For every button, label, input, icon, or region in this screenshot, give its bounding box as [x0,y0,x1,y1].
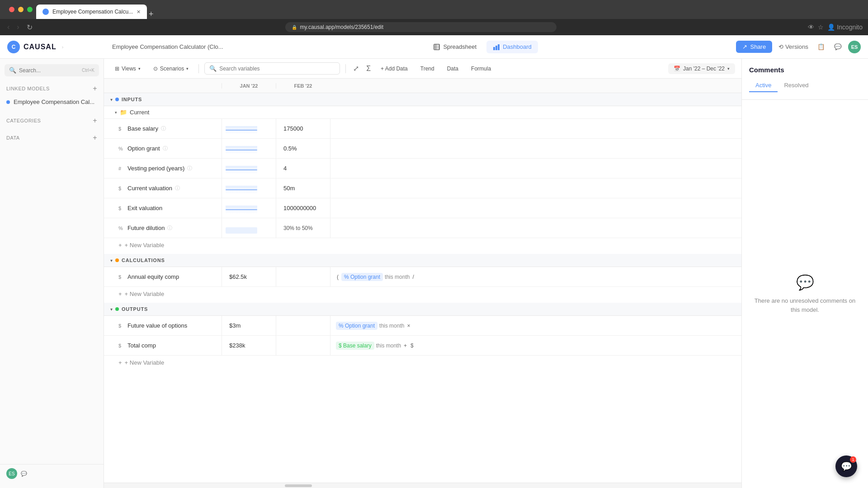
inputs-section-row[interactable]: ▾ INPUTS [104,93,741,106]
future-dilution-sparkline [226,223,257,234]
add-category-btn[interactable]: + [93,117,97,125]
current-subsection-row[interactable]: ▾ 📁 Current [104,106,741,119]
outputs-new-variable-row[interactable]: + + New Variable [104,356,741,370]
views-button[interactable]: ⊞ Views ▾ [110,63,145,74]
future-value-value-cell[interactable]: $3m [222,316,276,335]
new-tab-button[interactable]: + [149,9,154,19]
spreadsheet-view-btn[interactable]: Spreadsheet [427,41,483,53]
dashboard-view-btn[interactable]: Dashboard [486,41,538,53]
history-button[interactable]: 📋 [815,41,828,53]
annual-equity-value-cell-2 [276,267,330,286]
annual-equity-row[interactable]: $ Annual equity comp $62.5k ( % Option g… [104,267,741,287]
sidebar-item-model[interactable]: Employee Compensation Cal... [0,95,104,108]
current-valuation-value: 50m [283,185,295,192]
forward-button[interactable]: › [15,22,21,32]
formula-option-grant-token[interactable]: % Option grant [341,273,383,281]
future-dilution-value: 30% to 50% [283,225,313,231]
reload-button[interactable]: ↻ [25,22,34,33]
scenarios-button[interactable]: ⊙ Scenarios ▾ [149,63,193,74]
data-button[interactable]: Data [443,63,463,74]
expand-icon[interactable]: ⤢ [351,62,361,75]
separator-2 [345,64,346,73]
dollar-type-icon-6: $ [118,343,125,348]
window-controls [9,7,33,12]
base-salary-trend-cell [222,119,276,138]
exit-valuation-value-cell[interactable]: 1000000000 [276,198,330,218]
formula-label: Formula [471,66,491,72]
current-valuation-formula-cell [330,178,741,198]
comments-tabs: Active Resolved [749,79,861,92]
sidebar-search[interactable]: 🔍 Ctrl+K [5,64,99,76]
sigma-icon[interactable]: Σ [364,63,373,75]
formula-option-grant-token-2[interactable]: % Option grant [336,322,377,330]
option-grant-value-cell[interactable]: 0.5% [276,139,330,158]
future-value-row[interactable]: $ Future value of options $3m % Option g… [104,316,741,336]
exit-valuation-row[interactable]: $ Exit valuation 1000000000 [104,198,741,218]
bottom-scrollbar[interactable] [104,483,741,488]
scrollbar-thumb[interactable] [285,484,312,487]
date-range-picker[interactable]: 📅 Jan '22 – Dec '22 ▾ [668,63,735,74]
add-linked-model-btn[interactable]: + [93,84,97,93]
base-salary-row[interactable]: $ Base salary ⓘ 175000 [104,119,741,139]
vesting-period-value-cell[interactable]: 4 [276,159,330,178]
current-valuation-trend-cell [222,178,276,198]
separator-1 [198,64,199,73]
comments-tab-active[interactable]: Active [749,79,778,92]
total-comp-value-cell[interactable]: $238k [222,336,276,355]
vesting-period-info-icon[interactable]: ⓘ [187,165,192,172]
chat-fab-button[interactable]: 💬 1 [835,455,857,477]
comment-icon-sidebar[interactable]: 💬 [21,471,27,477]
current-valuation-info-icon[interactable]: ⓘ [175,185,180,192]
win-close-btn[interactable] [9,7,14,12]
option-grant-row[interactable]: % Option grant ⓘ 0.5% [104,139,741,159]
annual-equity-value-cell[interactable]: $62.5k [222,267,276,286]
add-data-btn[interactable]: + [93,134,97,142]
vesting-period-row[interactable]: # Vesting period (years) ⓘ 4 [104,159,741,178]
inputs-new-variable-row[interactable]: + + New Variable [104,238,741,252]
search-input[interactable] [19,67,79,74]
current-valuation-value-cell[interactable]: 50m [276,178,330,198]
future-dilution-row[interactable]: % Future dilution ⓘ 30% to 50% [104,218,741,238]
base-salary-info-icon[interactable]: ⓘ [161,125,166,132]
share-button[interactable]: ↗ Share [736,41,772,53]
extension-icon[interactable]: 👁 [808,23,814,31]
total-comp-formula-cell: $ Base salary this month + $ [330,336,741,355]
exit-valuation-formula-cell [330,198,741,218]
search-variables-input[interactable] [219,66,335,72]
total-comp-name: Total comp [127,342,156,349]
formula-button[interactable]: Formula [467,63,495,74]
outputs-new-var-label: + New Variable [125,359,165,366]
profile-icon[interactable]: 👤 Incognito [827,23,863,31]
current-valuation-name: Current valuation [127,185,172,192]
url-bar[interactable]: 🔒 my.causal.app/models/235651/edit [285,22,557,32]
trend-button[interactable]: Trend [416,63,439,74]
calculations-section-row[interactable]: ▾ CALCULATIONS [104,254,741,267]
current-valuation-row[interactable]: $ Current valuation ⓘ 50m [104,178,741,198]
formula-base-salary-token[interactable]: $ Base salary [336,342,374,350]
total-comp-value: $238k [229,342,245,349]
base-salary-value-cell[interactable]: 175000 [276,119,330,138]
future-dilution-info-icon[interactable]: ⓘ [167,225,172,231]
outputs-section-row[interactable]: ▾ OUTPUTS [104,303,741,316]
share-icon: ↗ [742,43,747,50]
win-min-btn[interactable] [18,7,24,12]
calculations-new-variable-row[interactable]: + + New Variable [104,287,741,301]
spreadsheet-label: Spreadsheet [443,43,476,50]
versions-button[interactable]: ⟲ Versions [776,41,811,53]
future-dilution-value-cell[interactable]: 30% to 50% [276,218,330,238]
tab-close-btn[interactable]: ✕ [137,9,141,15]
search-variables-box[interactable]: 🔍 [204,62,340,75]
add-data-button[interactable]: + Add Data [376,63,412,74]
sidebar-avatar: ES [6,468,17,479]
win-max-btn[interactable] [27,7,33,12]
active-tab[interactable]: Employee Compensation Calcu... ✕ [36,5,147,19]
views-chevron-icon: ▾ [138,66,141,71]
comments-tab-resolved[interactable]: Resolved [778,79,815,92]
back-button[interactable]: ‹ [5,22,11,32]
option-grant-info-icon[interactable]: ⓘ [163,145,168,152]
comment-button[interactable]: 💬 [831,41,844,53]
vesting-period-label-cell: # Vesting period (years) ⓘ [104,165,222,172]
comments-title: Comments [749,66,861,74]
total-comp-row[interactable]: $ Total comp $238k $ Base salary this mo… [104,336,741,356]
bookmark-icon[interactable]: ☆ [818,23,824,31]
